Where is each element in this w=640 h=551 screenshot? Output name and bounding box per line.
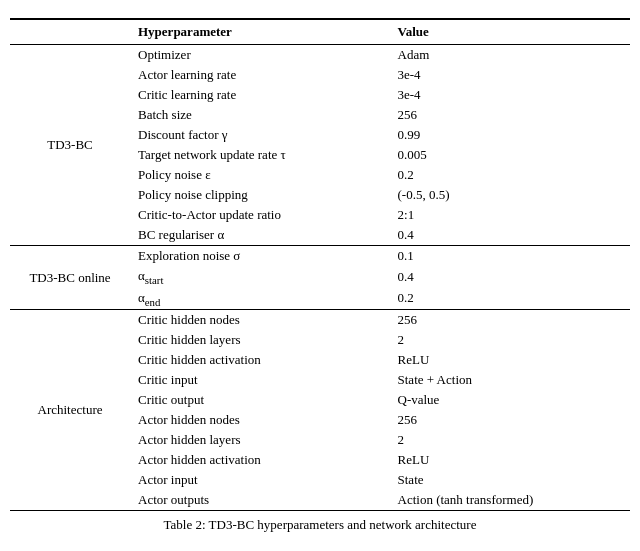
value-cell: 2 — [390, 430, 630, 450]
value-cell: 256 — [390, 310, 630, 331]
param-cell: Actor outputs — [130, 490, 390, 511]
value-cell: ReLU — [390, 450, 630, 470]
value-cell: State + Action — [390, 370, 630, 390]
value-cell: Q-value — [390, 390, 630, 410]
param-cell: Critic hidden layers — [130, 330, 390, 350]
param-cell: Critic input — [130, 370, 390, 390]
param-cell: Actor learning rate — [130, 65, 390, 85]
param-cell: Actor hidden nodes — [130, 410, 390, 430]
page-container: Hyperparameter Value TD3-BCOptimizerAdam… — [10, 18, 630, 533]
param-cell: Critic hidden nodes — [130, 310, 390, 331]
param-cell: Actor input — [130, 470, 390, 490]
value-cell: ReLU — [390, 350, 630, 370]
value-cell: 2 — [390, 330, 630, 350]
value-cell: 256 — [390, 410, 630, 430]
table-caption: Table 2: TD3-BC hyperparameters and netw… — [10, 517, 630, 533]
param-cell: Critic output — [130, 390, 390, 410]
value-cell: 0.4 — [390, 266, 630, 288]
value-cell: 256 — [390, 105, 630, 125]
param-cell: Critic-to-Actor update ratio — [130, 205, 390, 225]
col-header-hyperparameter: Hyperparameter — [130, 19, 390, 45]
param-cell: Target network update rate τ — [130, 145, 390, 165]
value-cell: Action (tanh transformed) — [390, 490, 630, 511]
value-cell: 0.2 — [390, 288, 630, 310]
hyperparameter-table: Hyperparameter Value TD3-BCOptimizerAdam… — [10, 18, 630, 511]
param-cell: Critic hidden activation — [130, 350, 390, 370]
param-cell: Batch size — [130, 105, 390, 125]
value-cell: 3e-4 — [390, 65, 630, 85]
param-cell: Policy noise ε — [130, 165, 390, 185]
value-cell: 0.2 — [390, 165, 630, 185]
param-cell: αstart — [130, 266, 390, 288]
param-cell: Policy noise clipping — [130, 185, 390, 205]
param-cell: Actor hidden layers — [130, 430, 390, 450]
value-cell: 0.4 — [390, 225, 630, 246]
group-label-1: TD3-BC online — [10, 245, 130, 309]
value-cell: Adam — [390, 44, 630, 65]
value-cell: State — [390, 470, 630, 490]
param-cell: Actor hidden activation — [130, 450, 390, 470]
value-cell: 3e-4 — [390, 85, 630, 105]
value-cell: 0.99 — [390, 125, 630, 145]
col-header-value: Value — [390, 19, 630, 45]
value-cell: 2:1 — [390, 205, 630, 225]
param-cell: αend — [130, 288, 390, 310]
param-cell: Optimizer — [130, 44, 390, 65]
param-cell: Critic learning rate — [130, 85, 390, 105]
col-header-group — [10, 19, 130, 45]
value-cell: 0.005 — [390, 145, 630, 165]
param-cell: BC regulariser α — [130, 225, 390, 246]
value-cell: 0.1 — [390, 245, 630, 266]
group-label-2: Architecture — [10, 310, 130, 511]
group-label-0: TD3-BC — [10, 44, 130, 245]
param-cell: Exploration noise σ — [130, 245, 390, 266]
param-cell: Discount factor γ — [130, 125, 390, 145]
value-cell: (-0.5, 0.5) — [390, 185, 630, 205]
